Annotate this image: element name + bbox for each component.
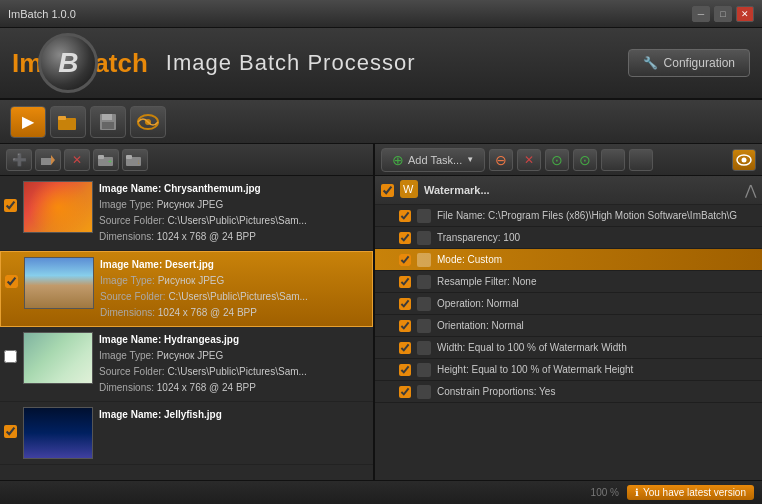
file-checkbox-desert[interactable] <box>5 275 18 288</box>
add-subfolder-button[interactable]: ↓ <box>122 149 148 171</box>
version-badge: ℹ You have latest version <box>627 485 754 500</box>
task-item-checkbox-3[interactable] <box>399 254 411 266</box>
svg-rect-4 <box>102 122 114 129</box>
task-item-icon-6 <box>417 319 431 333</box>
file-checkbox-chrysanthemum[interactable] <box>4 199 17 212</box>
task-item-1[interactable]: File Name: C:\Program Files (x86)\High M… <box>375 205 762 227</box>
task-item-7[interactable]: Width: Equal to 100 % of Watermark Width <box>375 337 762 359</box>
play-button[interactable]: ▶ <box>10 106 46 138</box>
logo-area: Im B atch <box>12 33 148 93</box>
more2-task-button[interactable] <box>629 149 653 171</box>
task-item-icon-4 <box>417 275 431 289</box>
plus-circle-icon: ⊕ <box>392 152 404 168</box>
file-item-chrysanthemum[interactable]: Image Name: Chrysanthemum.jpg Image Type… <box>0 176 373 251</box>
save-button[interactable] <box>90 106 126 138</box>
svg-text:W: W <box>403 183 414 195</box>
task-header-label: Watermark... <box>424 184 739 196</box>
down-task-button[interactable]: ⊙ <box>573 149 597 171</box>
task-item-2[interactable]: Transparency: 100 <box>375 227 762 249</box>
zoom-level: 100 % <box>591 487 619 498</box>
task-item-checkbox-5[interactable] <box>399 298 411 310</box>
file-info-jellyfish: Image Name: Jellyfish.jpg <box>99 407 369 423</box>
svg-rect-1 <box>58 116 66 120</box>
file-thumb-chrysanthemum <box>23 181 93 233</box>
file-type: Image Type: Рисунок JPEG <box>100 273 368 289</box>
open-folder-button[interactable] <box>50 106 86 138</box>
task-item-icon-5 <box>417 297 431 311</box>
task-item-label-1: File Name: C:\Program Files (x86)\High M… <box>437 210 754 221</box>
file-dimensions: Dimensions: 1024 x 768 @ 24 BPP <box>99 380 369 396</box>
expand-icon[interactable]: ⋀ <box>745 182 756 198</box>
task-item-icon-9 <box>417 385 431 399</box>
task-item-label-6: Orientation: Normal <box>437 320 754 331</box>
file-dimensions: Dimensions: 1024 x 768 @ 24 BPP <box>100 305 368 321</box>
task-header-checkbox-0[interactable] <box>381 184 394 197</box>
configuration-button[interactable]: 🔧 Configuration <box>628 49 750 77</box>
file-item-jellyfish[interactable]: Image Name: Jellyfish.jpg <box>0 402 373 465</box>
app-title: Image Batch Processor <box>166 50 416 76</box>
more-task-button[interactable] <box>601 149 625 171</box>
main-content: ➕ ✕ + ↓ Image Name: Chrysanthemum.jpg Im… <box>0 144 762 480</box>
cancel-task-button[interactable]: ✕ <box>517 149 541 171</box>
file-info-chrysanthemum: Image Name: Chrysanthemum.jpg Image Type… <box>99 181 369 245</box>
task-item-checkbox-4[interactable] <box>399 276 411 288</box>
task-item-checkbox-1[interactable] <box>399 210 411 222</box>
task-item-5[interactable]: Operation: Normal <box>375 293 762 315</box>
file-name: Image Name: Jellyfish.jpg <box>99 407 369 423</box>
task-item-label-8: Height: Equal to 100 % of Watermark Heig… <box>437 364 754 375</box>
add-file-button[interactable]: ➕ <box>6 149 32 171</box>
task-item-3[interactable]: Mode: Custom <box>375 249 762 271</box>
close-button[interactable]: ✕ <box>736 6 754 22</box>
task-item-checkbox-9[interactable] <box>399 386 411 398</box>
add-task-button[interactable]: ⊕ Add Task... ▼ <box>381 148 485 172</box>
task-item-label-9: Constrain Proportions: Yes <box>437 386 754 397</box>
preview-button[interactable] <box>130 106 166 138</box>
task-header-0[interactable]: W Watermark...⋀ <box>375 176 762 205</box>
maximize-button[interactable]: □ <box>714 6 732 22</box>
task-toolbar: ⊕ Add Task... ▼ ⊖ ✕ ⊙ ⊙ <box>375 144 762 176</box>
svg-rect-3 <box>102 114 112 120</box>
file-source: Source Folder: C:\Users\Public\Pictures\… <box>99 213 369 229</box>
file-dimensions: Dimensions: 1024 x 768 @ 24 BPP <box>99 229 369 245</box>
eye-button[interactable] <box>732 149 756 171</box>
file-source: Source Folder: C:\Users\Public\Pictures\… <box>100 289 368 305</box>
remove-task-button[interactable]: ⊖ <box>489 149 513 171</box>
file-name: Image Name: Chrysanthemum.jpg <box>99 181 369 197</box>
up-task-button[interactable]: ⊙ <box>545 149 569 171</box>
file-name: Image Name: Hydrangeas.jpg <box>99 332 369 348</box>
task-item-label-3: Mode: Custom <box>437 254 754 265</box>
svg-rect-13 <box>126 155 132 159</box>
task-item-checkbox-7[interactable] <box>399 342 411 354</box>
logo-text-right: atch <box>94 48 147 79</box>
svg-rect-7 <box>41 158 51 165</box>
file-checkbox-jellyfish[interactable] <box>4 425 17 438</box>
file-list: Image Name: Chrysanthemum.jpg Image Type… <box>0 176 373 480</box>
delete-file-button[interactable]: ✕ <box>64 149 90 171</box>
task-item-checkbox-8[interactable] <box>399 364 411 376</box>
file-checkbox-hydrangeas[interactable] <box>4 350 17 363</box>
file-panel: ➕ ✕ + ↓ Image Name: Chrysanthemum.jpg Im… <box>0 144 375 480</box>
task-item-icon-7 <box>417 341 431 355</box>
svg-point-16 <box>742 157 747 162</box>
svg-rect-10 <box>98 155 104 159</box>
task-item-4[interactable]: Resample Filter: None <box>375 271 762 293</box>
watermark-icon: W <box>400 180 418 200</box>
main-toolbar: ▶ <box>0 100 762 144</box>
title-bar: ImBatch 1.0.0 ─ □ ✕ <box>0 0 762 28</box>
minimize-button[interactable]: ─ <box>692 6 710 22</box>
task-item-9[interactable]: Constrain Proportions: Yes <box>375 381 762 403</box>
add-folder-button[interactable]: + <box>93 149 119 171</box>
task-item-6[interactable]: Orientation: Normal <box>375 315 762 337</box>
task-item-checkbox-6[interactable] <box>399 320 411 332</box>
remove-file-button[interactable] <box>35 149 61 171</box>
svg-text:↓: ↓ <box>137 158 141 165</box>
file-item-hydrangeas[interactable]: Image Name: Hydrangeas.jpg Image Type: Р… <box>0 327 373 402</box>
task-item-label-4: Resample Filter: None <box>437 276 754 287</box>
file-type: Image Type: Рисунок JPEG <box>99 348 369 364</box>
file-name: Image Name: Desert.jpg <box>100 257 368 273</box>
task-item-checkbox-2[interactable] <box>399 232 411 244</box>
task-list: W Watermark...⋀File Name: C:\Program Fil… <box>375 176 762 480</box>
task-item-8[interactable]: Height: Equal to 100 % of Watermark Heig… <box>375 359 762 381</box>
wrench-icon: 🔧 <box>643 56 658 70</box>
file-item-desert[interactable]: Image Name: Desert.jpg Image Type: Рисун… <box>0 251 373 327</box>
